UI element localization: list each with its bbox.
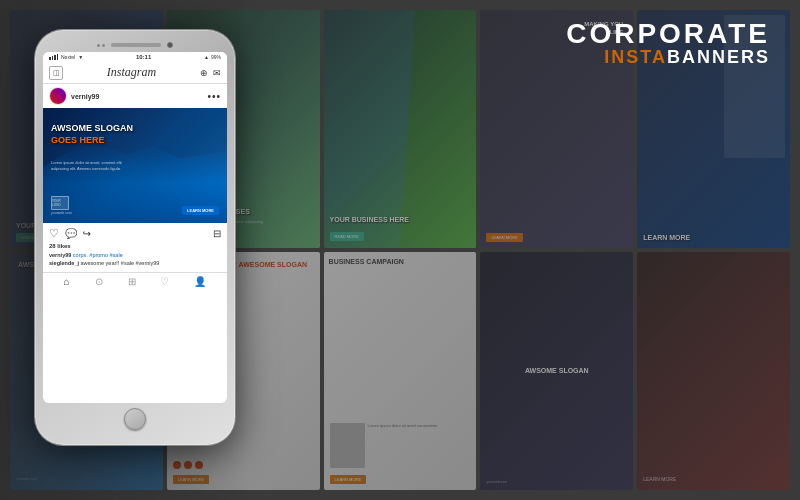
phone-home-area (43, 408, 227, 430)
phone-dot-1 (97, 44, 100, 47)
camera-icon[interactable]: ◫ (49, 66, 63, 80)
add-nav-icon[interactable]: ⊞ (128, 276, 136, 287)
comment-username: sieglende_j (49, 260, 79, 266)
learn-more-btn[interactable]: LEARN MORE (182, 206, 219, 215)
post-actions-bar: ♡ 💬 ↩ ⊟ (43, 223, 227, 242)
status-bar: Nextel ▼ 10:11 ▲ 99% (43, 52, 227, 62)
home-nav-icon[interactable]: ⌂ (63, 276, 69, 287)
signal-bars (49, 54, 58, 60)
battery-display: 99% (211, 54, 221, 60)
website-label: yourweb.com (51, 211, 72, 215)
compass-icon[interactable]: ⊕ (200, 68, 208, 78)
post-caption: verniy99 corps. #promo #sale sieglende_j… (43, 250, 227, 272)
banner-8: BUSINESS CAMPAIGN Lorem ipsum dolor sit … (324, 252, 477, 490)
heart-icon[interactable]: ♡ (49, 227, 59, 240)
time-display: 10:11 (136, 54, 151, 60)
caption-username: verniy99 (49, 252, 71, 258)
banner-10: LEARN MORE (637, 252, 790, 490)
post-logo-area: YOUR LOGO yourweb.com (51, 196, 72, 215)
instabanners-label: INSTABANNERS (566, 48, 770, 66)
banner-9: AWSOME SLOGAN yourweb.com (480, 252, 633, 490)
caption-tags: corps. #promo #sale (73, 252, 123, 258)
logo-box: YOUR LOGO (51, 196, 69, 210)
post-profile-bar: verniy99 ••• (43, 84, 227, 108)
instagram-nav-bar: ⌂ ⊙ ⊞ ♡ 👤 (43, 272, 227, 290)
poster-username: verniy99 (71, 93, 99, 100)
header-icons: ⊕ ✉ (200, 68, 221, 78)
post-image: AWSOME SLOGAN GOES HERE Lorem ipsum dolo… (43, 108, 227, 223)
heart-nav-icon[interactable]: ♡ (160, 276, 169, 287)
phone-mockup: Nextel ▼ 10:11 ▲ 99% ◫ Instagram ⊕ ✉ (35, 30, 235, 450)
banner-3: YOUR BUSINESS HERE READ MORE (324, 10, 477, 248)
poster-avatar (49, 87, 67, 105)
carrier-label: Nextel (61, 54, 75, 60)
share-icon[interactable]: ↩ (83, 228, 91, 239)
phone-dot-2 (102, 44, 105, 47)
phone-sensors (97, 44, 105, 47)
comment-icon[interactable]: 💬 (65, 228, 77, 239)
post-sub-text: Lorem ipsum dolor sit amet, connect elit… (51, 160, 131, 171)
corporate-label: CORPORATE (566, 20, 770, 48)
wifi-icon: ▲ (204, 54, 209, 60)
instagram-header: ◫ Instagram ⊕ ✉ (43, 62, 227, 84)
phone-camera (167, 42, 173, 48)
phone-home-button[interactable] (124, 408, 146, 430)
phone-screen: Nextel ▼ 10:11 ▲ 99% ◫ Instagram ⊕ ✉ (43, 52, 227, 403)
profile-nav-icon[interactable]: 👤 (194, 276, 206, 287)
instagram-logo: Instagram (107, 65, 156, 80)
comment-text: awesome year!! #sale #verniy99 (81, 260, 160, 266)
likes-count: 28 likes (43, 242, 227, 250)
phone-body: Nextel ▼ 10:11 ▲ 99% ◫ Instagram ⊕ ✉ (35, 30, 235, 445)
brand-title-area: CORPORATE INSTABANNERS (566, 20, 770, 66)
post-options-icon[interactable]: ••• (207, 91, 221, 102)
bookmark-icon[interactable]: ⊟ (213, 228, 221, 239)
phone-speaker (111, 43, 161, 47)
phone-top-bar (43, 42, 227, 48)
search-nav-icon[interactable]: ⊙ (95, 276, 103, 287)
message-icon[interactable]: ✉ (213, 68, 221, 78)
